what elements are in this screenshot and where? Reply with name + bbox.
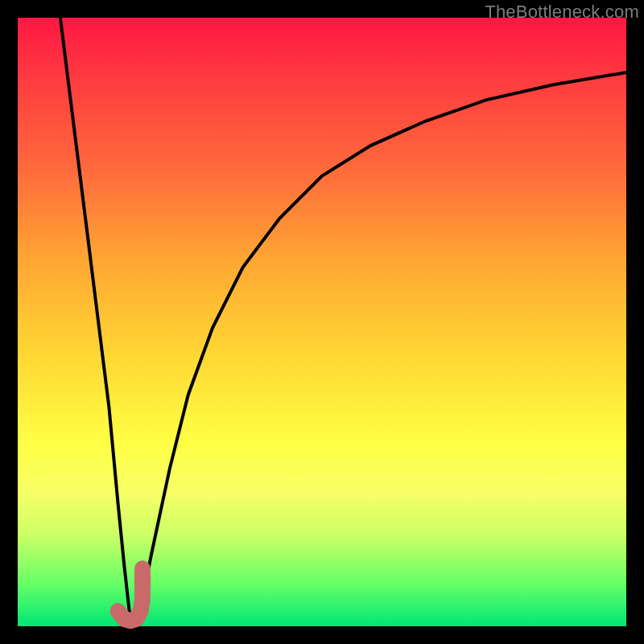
plot-area [18,18,626,626]
chart-frame: TheBottleneck.com [0,0,644,644]
curve-layer [18,18,626,626]
left-branch-curve [60,18,130,620]
watermark-text: TheBottleneck.com [485,2,639,23]
right-branch-curve [139,72,626,614]
j-marker [118,568,142,621]
